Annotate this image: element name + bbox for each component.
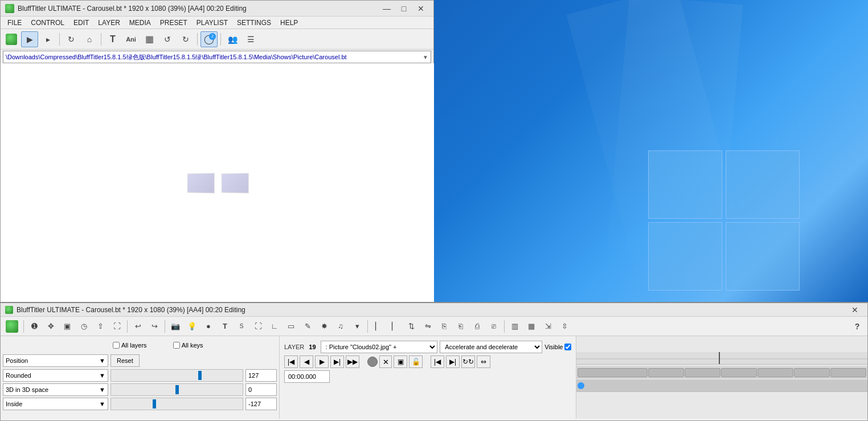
- slider-value-0[interactable]: [245, 369, 277, 382]
- next-icon-btn[interactable]: ↻: [177, 31, 194, 47]
- image-btn[interactable]: ⛶: [109, 319, 125, 334]
- all-keys-checkbox[interactable]: All keys: [173, 342, 203, 349]
- rounded-dropdown[interactable]: Rounded ▼: [3, 369, 108, 382]
- align-left-btn[interactable]: ▏: [370, 319, 386, 334]
- unlock-btn[interactable]: ⎚: [486, 319, 502, 334]
- bottom-close-button[interactable]: ✕: [847, 304, 863, 316]
- grid-btn[interactable]: ▥: [507, 319, 523, 334]
- layer-name-select[interactable]: : Picture "Clouds02.jpg" +: [321, 341, 438, 353]
- goto-prev-key-btn[interactable]: |◀: [431, 355, 444, 368]
- next-frame-btn[interactable]: ▶|: [330, 355, 344, 368]
- align-right-btn[interactable]: ▏: [387, 319, 403, 334]
- all-keys-input[interactable]: [173, 342, 180, 349]
- forward-button[interactable]: ▸: [39, 31, 56, 47]
- shape-btn[interactable]: ▭: [283, 319, 299, 334]
- easing-select[interactable]: Accelerate and decelerate: [440, 341, 542, 353]
- undo-btn[interactable]: ↩: [130, 319, 146, 334]
- goto-end-btn[interactable]: ▶▶: [346, 355, 359, 368]
- slider-2[interactable]: [110, 398, 243, 410]
- play-button[interactable]: ▶: [21, 31, 38, 47]
- badge-button[interactable]: ◯ 2: [200, 31, 218, 47]
- menu-settings[interactable]: SETTINGS: [232, 17, 276, 29]
- slider-value-2[interactable]: [245, 398, 277, 410]
- transform-btn[interactable]: ⇅: [403, 319, 419, 334]
- pic-btn[interactable]: ⛶: [250, 319, 266, 334]
- visible-label[interactable]: Visible: [544, 344, 571, 350]
- menu-preset[interactable]: PRESET: [155, 17, 192, 29]
- clock-btn[interactable]: ◷: [76, 319, 92, 334]
- timeline-track-1[interactable]: [576, 352, 868, 365]
- text-btn[interactable]: T: [217, 319, 233, 334]
- menu-help[interactable]: HELP: [276, 17, 302, 29]
- community-button[interactable]: 👥: [224, 31, 241, 47]
- anim-icon-btn[interactable]: Ani: [122, 31, 140, 47]
- loop-btn[interactable]: ↻↻: [461, 355, 475, 368]
- stretch-btn[interactable]: ⇔: [477, 355, 490, 368]
- camera-btn[interactable]: 📷: [167, 319, 183, 334]
- draw-btn[interactable]: ✎: [300, 319, 316, 334]
- back-icon-btn[interactable]: ↺: [159, 31, 176, 47]
- top-window: BluffTitler ULTIMATE - Carousel.bt * 192…: [0, 0, 434, 302]
- light-btn[interactable]: 💡: [184, 319, 200, 334]
- slider-value-1[interactable]: [245, 383, 277, 396]
- redo-btn[interactable]: ↪: [146, 319, 162, 334]
- music-btn[interactable]: ♫: [333, 319, 349, 334]
- timeline-track-3[interactable]: [576, 379, 868, 392]
- title-bar-controls: — □ ✕: [379, 3, 429, 14]
- menu-file[interactable]: FILE: [3, 17, 26, 29]
- paste-key-btn[interactable]: 🔓: [409, 355, 423, 368]
- inside-dropdown[interactable]: Inside ▼: [3, 398, 108, 410]
- reset-button[interactable]: Reset: [110, 354, 140, 367]
- timeline-track-2[interactable]: [576, 366, 868, 378]
- add-layer-btn[interactable]: ➊: [26, 319, 42, 334]
- menu-layer[interactable]: LAYER: [93, 17, 124, 29]
- help-btn[interactable]: ?: [849, 319, 865, 334]
- text-icon-btn[interactable]: T: [104, 31, 121, 47]
- maximize-button[interactable]: □: [396, 3, 412, 14]
- goto-start-btn[interactable]: |◀: [284, 355, 298, 368]
- scale-fill-btn[interactable]: ⇳: [556, 319, 572, 334]
- all-layers-checkbox[interactable]: All layers: [113, 342, 147, 349]
- transport-play-btn[interactable]: ▶: [315, 355, 329, 368]
- group-btn[interactable]: ⎘: [436, 319, 452, 334]
- slider-0[interactable]: [110, 369, 243, 382]
- refresh-button[interactable]: ↻: [63, 31, 80, 47]
- minimize-button[interactable]: —: [379, 3, 395, 14]
- effect-btn[interactable]: ▾: [349, 319, 365, 334]
- 3d-dropdown[interactable]: 3D in 3D space ▼: [3, 383, 108, 396]
- menu-media[interactable]: MEDIA: [125, 17, 155, 29]
- snap-btn[interactable]: ▦: [523, 319, 539, 334]
- export-icon-btn[interactable]: ▦: [141, 31, 158, 47]
- prev-frame-btn[interactable]: ◀: [300, 355, 313, 368]
- record-button[interactable]: [367, 357, 378, 367]
- flip-btn[interactable]: ⇋: [420, 319, 436, 334]
- ungroup-btn[interactable]: ⎗: [453, 319, 469, 334]
- close-button[interactable]: ✕: [413, 3, 429, 14]
- path-input[interactable]: [6, 54, 423, 60]
- export-btn[interactable]: ⇧: [92, 319, 108, 334]
- menu-edit[interactable]: EDIT: [69, 17, 93, 29]
- position-dropdown[interactable]: Position ▼: [3, 354, 108, 367]
- all-layers-input[interactable]: [113, 342, 120, 349]
- lock-btn[interactable]: ⎙: [469, 319, 485, 334]
- home-button[interactable]: ⌂: [81, 31, 98, 47]
- path-bar[interactable]: ▼: [3, 51, 431, 63]
- menu-button[interactable]: ☰: [242, 31, 259, 47]
- crop-btn[interactable]: ▣: [59, 319, 75, 334]
- timeline-area[interactable]: 2 Keys: [576, 336, 868, 419]
- next-key-btn[interactable]: ▶|: [446, 355, 460, 368]
- menu-control[interactable]: CONTROL: [26, 17, 69, 29]
- scale-fit-btn[interactable]: ⇲: [540, 319, 556, 334]
- preview-content: [1, 63, 435, 303]
- path-btn[interactable]: ∟: [267, 319, 282, 334]
- particle-btn[interactable]: ✸: [316, 319, 332, 334]
- delete-key-btn[interactable]: ✕: [379, 355, 392, 368]
- slider-1[interactable]: [110, 383, 243, 396]
- pin-btn[interactable]: ●: [200, 319, 216, 334]
- script-btn[interactable]: S: [234, 319, 249, 334]
- menu-playlist[interactable]: PLAYLIST: [192, 17, 232, 29]
- visible-checkbox[interactable]: [564, 344, 571, 350]
- copy-key-btn[interactable]: ▣: [394, 355, 407, 368]
- timeline-seg-1: [578, 368, 648, 377]
- move-btn[interactable]: ✥: [43, 319, 59, 334]
